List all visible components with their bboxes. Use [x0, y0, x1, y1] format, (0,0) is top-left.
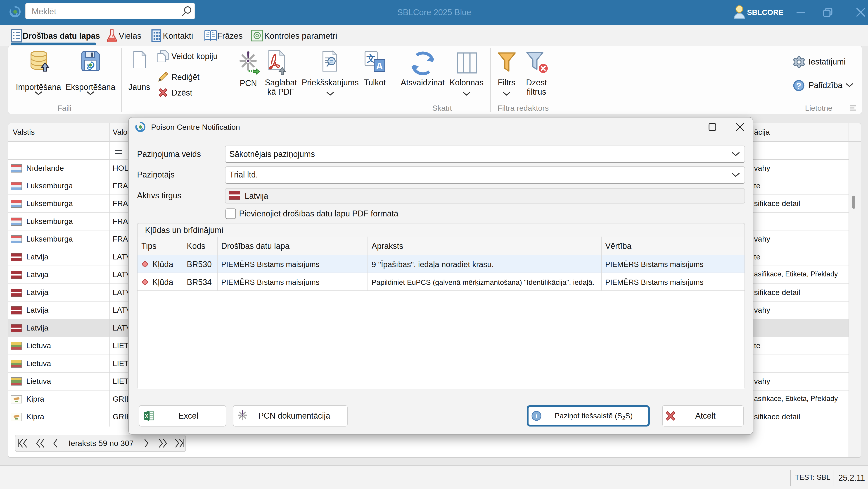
svg-text:?: ? [796, 81, 801, 91]
svg-text:X: X [145, 413, 148, 419]
svg-text:i: i [535, 412, 537, 420]
svg-text:A: A [376, 61, 383, 71]
